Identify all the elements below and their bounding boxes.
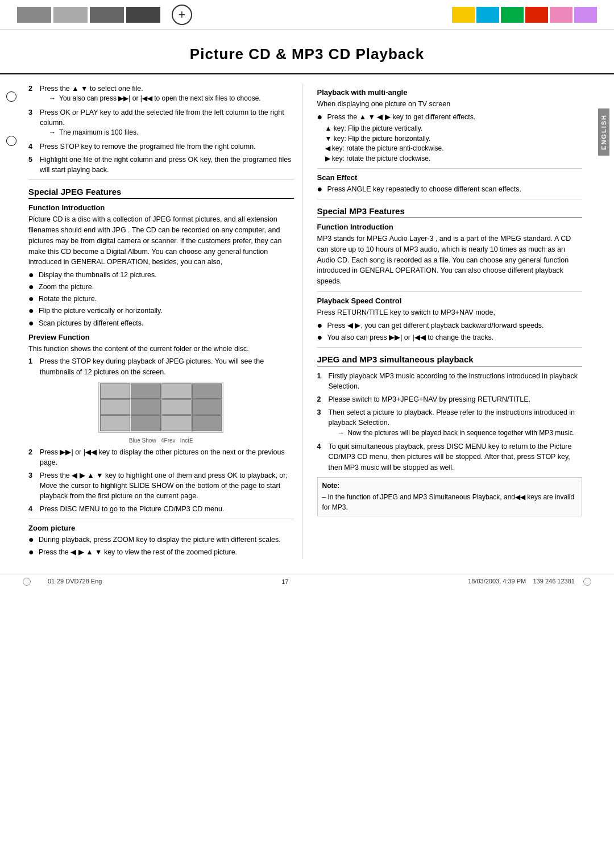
scan-effect-title: Scan Effect	[317, 173, 583, 182]
bullet-dot: ●	[317, 184, 324, 194]
arrow-text: The maximum is 100 files.	[59, 128, 138, 137]
multiangle-bullet-1: ● Press the ▲ ▼ ◀ ▶ key to get different…	[317, 112, 583, 122]
zoom-bullet-1: ● During playback, press ZOOM key to dis…	[28, 535, 294, 545]
divider-1	[28, 180, 294, 180]
sub-bullet-right: ▶ key: rotate the picture clockwise.	[325, 154, 583, 164]
thumb-12	[192, 415, 222, 431]
header-block-1	[17, 7, 51, 23]
preview-image	[98, 382, 223, 433]
item-text: Please switch to MP3+JPEG+NAV by pressin…	[329, 395, 530, 403]
bullet-dot: ●	[28, 294, 35, 304]
speed-bullet-2: ● You also can press ▶▶| or |◀◀ to chang…	[317, 332, 583, 343]
note-box: Note: – In the function of JPEG and MP3 …	[317, 477, 583, 516]
sub-bullet-down: ▼ key: Flip the picture horizontally.	[325, 134, 583, 144]
sim-item-3: 3 Then select a picture to playback. Ple…	[317, 407, 583, 439]
thumb-5	[100, 399, 130, 415]
preview-step1-list: 1 Press the STOP key during playback of …	[28, 356, 294, 377]
item-text: Highlight one file of the right column a…	[40, 156, 291, 174]
step-content: Press ▶▶| or |◀◀ key to display the othe…	[40, 447, 294, 468]
item-text: Press STOP key to remove the programed f…	[40, 143, 256, 151]
item-text: Then select a picture to playback. Pleas…	[329, 408, 575, 427]
bullet-dot: ●	[28, 318, 35, 328]
multiangle-title: Playback with multi-angle	[317, 88, 583, 97]
left-margin	[0, 74, 23, 568]
arrow-icon: →	[49, 128, 57, 137]
footer-circles-right	[583, 578, 591, 586]
preview-step-1: 1 Press the STOP key during playback of …	[28, 356, 294, 377]
item-content: Press STOP key to remove the programed f…	[40, 141, 294, 152]
sub-bullet-up: ▲ key: Flip the picture vertically.	[325, 124, 583, 133]
item-num: 4	[317, 441, 325, 472]
footer-left: 01-29 DVD728 Eng	[23, 578, 102, 586]
sub-bullet-left: ◀ key: rotate the picture anti-clockwise…	[325, 144, 583, 153]
item-content: Highlight one file of the right column a…	[40, 155, 294, 175]
step-text: Press ▶▶| or |◀◀ key to display the othe…	[40, 448, 285, 466]
arrow-sub: → The maximum is 100 files.	[40, 128, 294, 137]
step-text: Press the STOP key during playback of JP…	[40, 357, 264, 375]
footer-circle-1	[23, 578, 31, 586]
col-left: 2 Press the ▲ ▼ to select one file. → Yo…	[28, 84, 302, 559]
arrow-text: You also can press ▶▶| or |◀◀ to open th…	[59, 94, 261, 103]
bullet-text: Zoom the picture.	[39, 282, 94, 292]
bullet-thumbnails: ●Display the thumbnails of 12 pictures.	[28, 270, 294, 280]
step-num: 3	[28, 470, 36, 501]
item-content: Press the ▲ ▼ to select one file. → You …	[40, 84, 294, 105]
item-text: Press the ▲ ▼ to select one file.	[40, 85, 143, 93]
bullet-text: Scan pictures by different effects.	[39, 318, 143, 328]
arrow-sub: → Now the pictures will be played back i…	[329, 428, 583, 438]
margin-circle-top	[6, 91, 16, 102]
item-content: Please switch to MP3+JPEG+NAV by pressin…	[329, 394, 583, 404]
footer-circles-left	[23, 578, 31, 586]
top-bar-blocks	[17, 7, 160, 23]
bullet-dot: ●	[317, 332, 324, 343]
note-title: Note:	[322, 481, 578, 491]
jpeg-function-intro-title: Function Introduction	[28, 203, 294, 212]
bullet-text: Press the ▲ ▼ ◀ ▶ key to get different e…	[327, 112, 476, 122]
simultaneous-title: JPEG and MP3 simultaneous playback	[317, 354, 583, 366]
footer-circle-2	[583, 578, 591, 586]
step-text: Press DISC MENU to go to the Picture CD/…	[40, 505, 224, 513]
item-content: To quit simultaneous playback, press DIS…	[329, 441, 583, 472]
preview-step-4: 4 Press DISC MENU to go to the Picture C…	[28, 504, 294, 514]
intro-item-5: 5 Highlight one file of the right column…	[28, 155, 294, 175]
preview-step-2: 2 Press ▶▶| or |◀◀ key to display the ot…	[28, 447, 294, 468]
color-yellow	[452, 7, 475, 23]
arrow-text: Now the pictures will be played back in …	[348, 428, 575, 438]
thumb-2	[131, 383, 161, 399]
divider-mp3	[317, 199, 583, 199]
item-text: To quit simultaneous playback, press DIS…	[329, 443, 572, 471]
main-content: 2 Press the ▲ ▼ to select one file. → Yo…	[0, 74, 614, 568]
bullet-flip: ●Flip the picture vertically or horizont…	[28, 306, 294, 316]
step-content: Press the STOP key during playback of JP…	[40, 356, 294, 377]
divider-speed	[317, 291, 583, 292]
thumb-4	[192, 383, 222, 399]
bullet-text: Press ◀ ▶, you can get different playbac…	[327, 320, 544, 331]
bullet-dot: ●	[28, 547, 35, 557]
arrow-icon: →	[338, 428, 346, 438]
bullet-text: Press ANGLE key repeatedly to choose dif…	[327, 184, 521, 194]
preview-steps-list: 2 Press ▶▶| or |◀◀ key to display the ot…	[28, 447, 294, 515]
multiangle-bullets: ● Press the ▲ ▼ ◀ ▶ key to get different…	[317, 112, 583, 122]
english-label: English	[598, 108, 609, 156]
preview-function-body: This function shows the content of the c…	[28, 344, 294, 354]
scan-effect-bullets: ● Press ANGLE key repeatedly to choose d…	[317, 184, 583, 194]
footer-right-text: 18/03/2003, 4:39 PM	[468, 578, 526, 585]
item-text: Press OK or PLAY key to add the selected…	[40, 108, 284, 127]
item-content: Press OK or PLAY key to add the selected…	[40, 107, 294, 139]
mp3-function-intro-body: MP3 stands for MPEG Audio Layer-3 , and …	[317, 233, 583, 287]
item-num: 3	[28, 107, 36, 139]
color-pink	[550, 7, 572, 23]
bullet-text: You also can press ▶▶| or |◀◀ to change …	[327, 332, 494, 343]
color-blue	[476, 7, 499, 23]
preview-function-title: Preview Function	[28, 333, 294, 341]
header-block-4	[126, 7, 160, 23]
step-content: Press DISC MENU to go to the Picture CD/…	[40, 504, 294, 514]
color-blocks	[452, 7, 597, 23]
item-num: 4	[28, 141, 36, 152]
arrow-sub: → You also can press ▶▶| or |◀◀ to open …	[40, 94, 294, 103]
bullet-dot: ●	[317, 320, 324, 331]
multiangle-intro: When displaying one picture on TV screen	[317, 99, 583, 110]
preview-step-3: 3 Press the ◀ ▶ ▲ ▼ key to highlight one…	[28, 470, 294, 501]
step-content: Press the ◀ ▶ ▲ ▼ key to highlight one o…	[40, 470, 294, 501]
thumb-8	[192, 399, 222, 415]
